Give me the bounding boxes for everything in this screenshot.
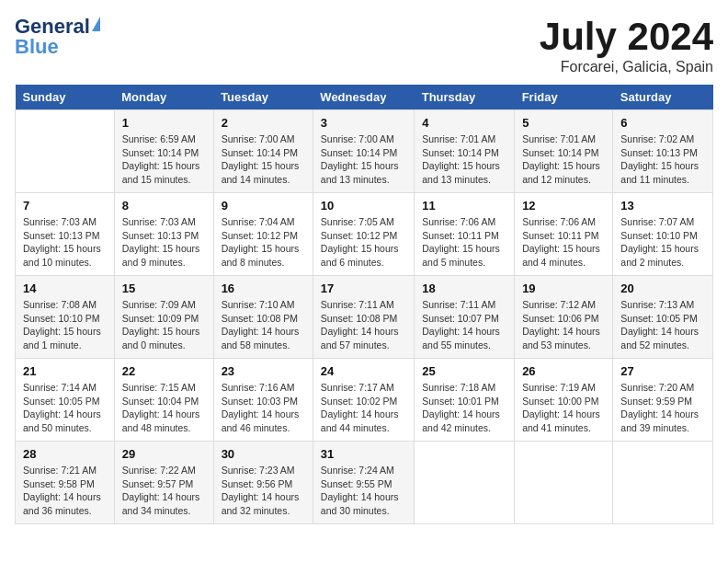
calendar-cell: 28Sunrise: 7:21 AMSunset: 9:58 PMDayligh… (16, 442, 115, 524)
calendar-cell (515, 442, 613, 524)
day-number: 11 (422, 199, 506, 213)
col-header-friday: Friday (515, 85, 613, 110)
day-info: Sunrise: 7:06 AMSunset: 10:11 PMDaylight… (422, 215, 506, 270)
col-header-tuesday: Tuesday (213, 85, 313, 110)
day-info: Sunrise: 7:17 AMSunset: 10:02 PMDaylight… (321, 381, 406, 435)
calendar-cell: 15Sunrise: 7:09 AMSunset: 10:09 PMDaylig… (114, 276, 213, 359)
calendar-cell: 4Sunrise: 7:01 AMSunset: 10:14 PMDayligh… (415, 110, 515, 193)
calendar-cell: 21Sunrise: 7:14 AMSunset: 10:05 PMDaylig… (16, 359, 115, 442)
calendar-cell: 29Sunrise: 7:22 AMSunset: 9:57 PMDayligh… (114, 442, 213, 524)
day-info: Sunrise: 7:00 AMSunset: 10:14 PMDaylight… (321, 132, 406, 187)
title-section: July 2024 Forcarei, Galicia, Spain (540, 15, 713, 75)
calendar-cell: 5Sunrise: 7:01 AMSunset: 10:14 PMDayligh… (515, 110, 613, 193)
calendar-cell: 20Sunrise: 7:13 AMSunset: 10:05 PMDaylig… (613, 276, 713, 359)
day-info: Sunrise: 7:01 AMSunset: 10:14 PMDaylight… (422, 132, 506, 187)
logo-triangle-icon (92, 17, 100, 31)
calendar-cell: 23Sunrise: 7:16 AMSunset: 10:03 PMDaylig… (213, 359, 313, 442)
calendar-cell: 17Sunrise: 7:11 AMSunset: 10:08 PMDaylig… (313, 276, 414, 359)
day-number: 7 (23, 199, 107, 213)
day-number: 24 (321, 364, 406, 378)
col-header-thursday: Thursday (415, 85, 515, 110)
calendar-header-row: SundayMondayTuesdayWednesdayThursdayFrid… (16, 85, 713, 110)
location: Forcarei, Galicia, Spain (540, 59, 713, 75)
day-number: 23 (222, 364, 305, 378)
day-info: Sunrise: 7:18 AMSunset: 10:01 PMDaylight… (422, 381, 506, 435)
day-info: Sunrise: 7:20 AMSunset: 9:59 PMDaylight:… (620, 381, 705, 435)
day-number: 29 (122, 447, 206, 461)
day-info: Sunrise: 7:10 AMSunset: 10:08 PMDaylight… (222, 298, 305, 352)
day-info: Sunrise: 7:16 AMSunset: 10:03 PMDaylight… (222, 381, 305, 435)
day-info: Sunrise: 7:02 AMSunset: 10:13 PMDaylight… (620, 132, 705, 187)
day-number: 2 (222, 116, 305, 130)
day-info: Sunrise: 7:11 AMSunset: 10:07 PMDaylight… (422, 298, 506, 352)
calendar-cell: 8Sunrise: 7:03 AMSunset: 10:13 PMDayligh… (114, 193, 213, 276)
day-info: Sunrise: 7:05 AMSunset: 10:12 PMDaylight… (321, 215, 406, 270)
month-title: July 2024 (540, 15, 713, 59)
day-number: 9 (222, 199, 305, 213)
col-header-saturday: Saturday (613, 85, 713, 110)
calendar-cell: 24Sunrise: 7:17 AMSunset: 10:02 PMDaylig… (313, 359, 414, 442)
day-info: Sunrise: 7:15 AMSunset: 10:04 PMDaylight… (122, 381, 206, 435)
calendar-week-1: 1Sunrise: 6:59 AMSunset: 10:14 PMDayligh… (16, 110, 713, 193)
day-info: Sunrise: 7:12 AMSunset: 10:06 PMDaylight… (522, 298, 605, 352)
day-number: 8 (122, 199, 206, 213)
day-info: Sunrise: 7:09 AMSunset: 10:09 PMDaylight… (122, 298, 206, 352)
calendar-cell: 18Sunrise: 7:11 AMSunset: 10:07 PMDaylig… (415, 276, 515, 359)
calendar-cell: 22Sunrise: 7:15 AMSunset: 10:04 PMDaylig… (114, 359, 213, 442)
day-number: 26 (522, 364, 605, 378)
day-number: 31 (321, 447, 406, 461)
day-info: Sunrise: 7:19 AMSunset: 10:00 PMDaylight… (522, 381, 605, 435)
calendar-cell (16, 110, 115, 193)
calendar-cell (415, 442, 515, 524)
day-number: 20 (620, 282, 705, 295)
calendar-cell: 10Sunrise: 7:05 AMSunset: 10:12 PMDaylig… (313, 193, 414, 276)
day-info: Sunrise: 7:21 AMSunset: 9:58 PMDaylight:… (23, 464, 107, 518)
calendar-cell: 26Sunrise: 7:19 AMSunset: 10:00 PMDaylig… (515, 359, 613, 442)
day-number: 28 (23, 447, 107, 461)
logo: General Blue (15, 15, 102, 59)
day-number: 10 (321, 199, 406, 213)
calendar-table: SundayMondayTuesdayWednesdayThursdayFrid… (15, 85, 713, 524)
day-info: Sunrise: 7:11 AMSunset: 10:08 PMDaylight… (321, 298, 406, 352)
calendar-cell: 30Sunrise: 7:23 AMSunset: 9:56 PMDayligh… (213, 442, 313, 524)
logo-blue: Blue (15, 35, 59, 59)
day-info: Sunrise: 7:03 AMSunset: 10:13 PMDaylight… (122, 215, 206, 270)
calendar-cell: 7Sunrise: 7:03 AMSunset: 10:13 PMDayligh… (16, 193, 115, 276)
calendar-cell (613, 442, 713, 524)
day-info: Sunrise: 7:24 AMSunset: 9:55 PMDaylight:… (321, 464, 406, 518)
day-number: 5 (522, 116, 605, 130)
calendar-cell: 1Sunrise: 6:59 AMSunset: 10:14 PMDayligh… (114, 110, 213, 193)
day-number: 22 (122, 364, 206, 378)
day-info: Sunrise: 7:07 AMSunset: 10:10 PMDaylight… (620, 215, 705, 270)
calendar-week-2: 7Sunrise: 7:03 AMSunset: 10:13 PMDayligh… (16, 193, 713, 276)
day-info: Sunrise: 7:14 AMSunset: 10:05 PMDaylight… (23, 381, 107, 435)
day-number: 30 (222, 447, 305, 461)
day-number: 4 (422, 116, 506, 130)
page-header: General Blue July 2024 Forcarei, Galicia… (15, 15, 713, 75)
calendar-cell: 12Sunrise: 7:06 AMSunset: 10:11 PMDaylig… (515, 193, 613, 276)
day-info: Sunrise: 7:06 AMSunset: 10:11 PMDaylight… (522, 215, 605, 270)
calendar-cell: 19Sunrise: 7:12 AMSunset: 10:06 PMDaylig… (515, 276, 613, 359)
day-info: Sunrise: 7:04 AMSunset: 10:12 PMDaylight… (222, 215, 305, 270)
calendar-week-4: 21Sunrise: 7:14 AMSunset: 10:05 PMDaylig… (16, 359, 713, 442)
calendar-cell: 14Sunrise: 7:08 AMSunset: 10:10 PMDaylig… (16, 276, 115, 359)
day-number: 19 (522, 282, 605, 295)
calendar-cell: 3Sunrise: 7:00 AMSunset: 10:14 PMDayligh… (313, 110, 414, 193)
calendar-cell: 11Sunrise: 7:06 AMSunset: 10:11 PMDaylig… (415, 193, 515, 276)
day-number: 16 (222, 282, 305, 295)
day-number: 17 (321, 282, 406, 295)
day-number: 12 (522, 199, 605, 213)
calendar-cell: 6Sunrise: 7:02 AMSunset: 10:13 PMDayligh… (613, 110, 713, 193)
day-info: Sunrise: 7:01 AMSunset: 10:14 PMDaylight… (522, 132, 605, 187)
calendar-cell: 27Sunrise: 7:20 AMSunset: 9:59 PMDayligh… (613, 359, 713, 442)
calendar-week-5: 28Sunrise: 7:21 AMSunset: 9:58 PMDayligh… (16, 442, 713, 524)
day-number: 6 (620, 116, 705, 130)
day-number: 25 (422, 364, 506, 378)
day-info: Sunrise: 7:00 AMSunset: 10:14 PMDaylight… (222, 132, 305, 187)
day-number: 13 (620, 199, 705, 213)
day-info: Sunrise: 7:03 AMSunset: 10:13 PMDaylight… (23, 215, 107, 270)
day-number: 3 (321, 116, 406, 130)
calendar-cell: 9Sunrise: 7:04 AMSunset: 10:12 PMDayligh… (213, 193, 313, 276)
calendar-cell: 2Sunrise: 7:00 AMSunset: 10:14 PMDayligh… (213, 110, 313, 193)
calendar-cell: 16Sunrise: 7:10 AMSunset: 10:08 PMDaylig… (213, 276, 313, 359)
